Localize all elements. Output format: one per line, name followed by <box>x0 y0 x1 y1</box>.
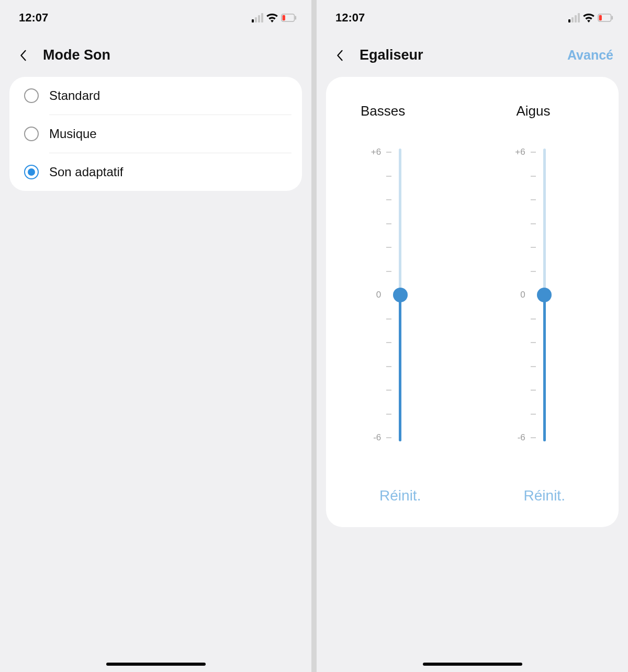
svg-rect-5 <box>599 15 602 21</box>
sound-mode-card: Standard Musique Son adaptatif <box>9 77 302 191</box>
reset-treble-button[interactable]: Réinit. <box>524 487 565 504</box>
battery-low-icon <box>598 14 613 22</box>
svg-rect-4 <box>611 16 613 19</box>
back-button[interactable] <box>332 50 347 61</box>
status-bar: 12:07 <box>317 0 628 31</box>
status-time: 12:07 <box>19 11 48 25</box>
reset-bass-button[interactable]: Réinit. <box>379 487 421 504</box>
battery-low-icon <box>281 14 297 22</box>
status-icons <box>568 13 613 22</box>
app-bar: Mode Son <box>0 31 311 77</box>
cellular-signal-icon <box>568 13 580 22</box>
advanced-button[interactable]: Avancé <box>567 48 613 63</box>
cellular-signal-icon <box>252 13 263 22</box>
option-musique[interactable]: Musique <box>9 115 302 153</box>
slider-thumb[interactable] <box>393 288 408 302</box>
radio-icon <box>24 165 39 179</box>
screen-mode-son: 12:07 Mode Son Standard <box>0 0 311 672</box>
eq-column-treble: Aigus +6 0 <box>483 103 607 504</box>
svg-rect-1 <box>295 16 296 19</box>
tick-min: -6 <box>513 432 525 443</box>
home-indicator[interactable] <box>106 663 206 666</box>
tick-min: -6 <box>368 432 381 443</box>
tick-max: +6 <box>513 147 525 157</box>
option-standard[interactable]: Standard <box>9 77 302 115</box>
treble-slider[interactable] <box>543 149 546 441</box>
option-label: Standard <box>49 88 100 103</box>
option-label: Musique <box>49 127 97 141</box>
radio-icon <box>24 88 39 103</box>
option-label: Son adaptatif <box>49 165 123 179</box>
slider-ticks: +6 0 -6 <box>368 149 391 441</box>
page-title: Egaliseur <box>360 47 423 63</box>
svg-rect-2 <box>283 15 285 21</box>
screen-egaliseur: 12:07 Egaliseur Avancé <box>317 0 628 672</box>
eq-slider-label: Aigus <box>483 103 551 119</box>
tick-mid: 0 <box>368 290 381 300</box>
status-bar: 12:07 <box>0 0 311 31</box>
wifi-icon <box>583 13 595 22</box>
slider-fill <box>399 295 401 441</box>
tick-mid: 0 <box>513 290 525 300</box>
status-icons <box>252 13 297 22</box>
tick-max: +6 <box>368 147 381 157</box>
back-button[interactable] <box>16 50 30 61</box>
eq-slider-label: Basses <box>339 103 405 119</box>
slider-thumb[interactable] <box>537 288 552 302</box>
eq-column-bass: Basses +6 0 <box>339 103 462 504</box>
slider-ticks: +6 0 -6 <box>513 149 536 441</box>
option-son-adaptatif[interactable]: Son adaptatif <box>9 153 302 191</box>
slider-fill <box>543 295 546 441</box>
wifi-icon <box>266 13 278 22</box>
home-indicator[interactable] <box>423 663 522 666</box>
equalizer-card: Basses +6 0 <box>326 77 619 527</box>
app-bar: Egaliseur Avancé <box>317 31 628 77</box>
radio-icon <box>24 127 39 141</box>
bass-slider[interactable] <box>399 149 401 441</box>
page-title: Mode Son <box>43 47 110 63</box>
status-time: 12:07 <box>335 11 365 25</box>
